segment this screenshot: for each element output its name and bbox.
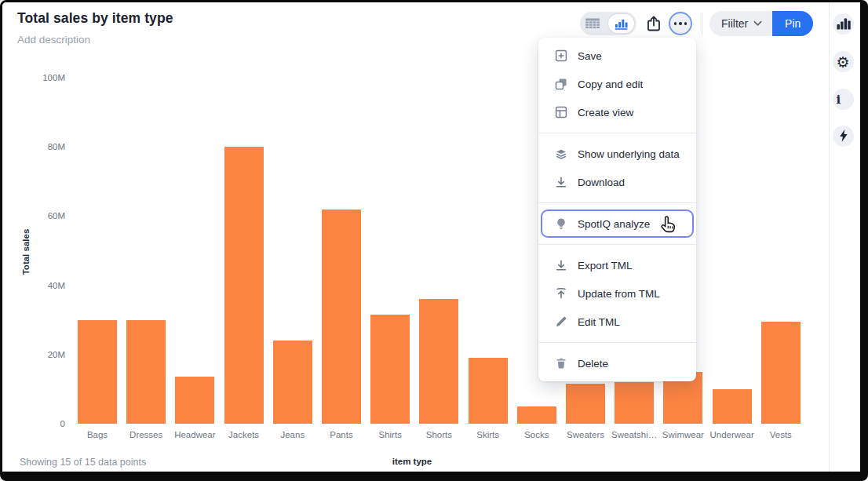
bar-sweaters[interactable]: [566, 384, 605, 424]
window-frame: Total sales by item type Add description…: [0, 0, 868, 481]
bar-skirts[interactable]: [469, 358, 508, 424]
menu-divider: [538, 244, 696, 245]
view-toggle-bar-chart[interactable]: [608, 14, 634, 33]
y-axis-tick: 0: [18, 419, 65, 428]
x-axis-tick: Underwear: [705, 430, 760, 439]
bar-underwear[interactable]: [713, 389, 752, 424]
pin-button[interactable]: Pin: [772, 11, 813, 36]
x-axis-tick: Swimwear: [655, 430, 710, 439]
x-axis-title: item type: [392, 457, 432, 466]
copy-icon: [555, 78, 567, 90]
menu-item-copy-and-edit[interactable]: Copy and edit: [538, 70, 696, 98]
x-axis-tick: Pants: [314, 430, 369, 439]
x-axis-tick: Jackets: [217, 430, 272, 439]
layers-icon: [555, 148, 567, 160]
menu-item-label: Update from TML: [578, 288, 660, 300]
upload-icon: [555, 287, 567, 300]
menu-item-label: Delete: [578, 358, 608, 370]
table-icon: [585, 18, 600, 30]
bar-bags[interactable]: [78, 320, 117, 424]
menu-item-save[interactable]: Save: [538, 42, 696, 70]
menu-item-label: Download: [578, 177, 625, 188]
bar-jeans[interactable]: [273, 341, 312, 424]
menu-divider: [538, 202, 696, 203]
y-axis-tick: 20M: [18, 350, 65, 359]
x-axis-tick: Jeans: [265, 430, 320, 439]
filter-label: Fiilter: [721, 17, 748, 30]
filter-button[interactable]: Fiilter: [709, 11, 772, 36]
menu-item-label: SpotIQ analyze: [578, 218, 650, 230]
share-button[interactable]: [643, 13, 665, 35]
sidebar-button-lightning[interactable]: [833, 126, 854, 147]
y-axis-tick: 60M: [18, 211, 65, 220]
y-axis-tick: 100M: [18, 73, 65, 82]
create-view-icon: [555, 106, 567, 118]
menu-divider: [538, 342, 696, 343]
menu-item-show-underlying-data[interactable]: Show underlying data: [538, 140, 696, 168]
bar-shorts[interactable]: [419, 299, 458, 424]
menu-item-label: Export TML: [578, 260, 633, 271]
bar-socks[interactable]: [517, 406, 556, 424]
bar-vests[interactable]: [761, 322, 801, 424]
view-toggle-table[interactable]: [580, 12, 606, 35]
x-axis-tick: Skirts: [461, 430, 516, 439]
x-axis-tick: Headwear: [167, 430, 222, 439]
page-title: Total sales by item type: [17, 10, 173, 27]
y-axis-tick: 80M: [18, 142, 65, 151]
menu-item-download[interactable]: Download: [538, 168, 696, 196]
download-icon: [555, 176, 567, 188]
menu-item-export-tml[interactable]: Export TML: [538, 251, 696, 279]
download-icon: [555, 259, 567, 271]
toolbar-divider: [702, 13, 702, 35]
add-description[interactable]: Add description: [17, 34, 90, 46]
data-points-footnote: Showing 15 of 15 data points: [20, 457, 146, 468]
menu-divider: [538, 133, 696, 133]
menu-item-update-from-tml[interactable]: Update from TML: [538, 279, 696, 308]
bar-pants[interactable]: [322, 210, 361, 424]
gear-icon: ⚙: [837, 55, 851, 67]
menu-item-create-view[interactable]: Create view: [538, 98, 696, 126]
hand-pointer-icon: [658, 214, 680, 235]
bar-sweatshi-[interactable]: [615, 382, 654, 424]
menu-item-label: Copy and edit: [578, 78, 643, 90]
bar-shirts[interactable]: [370, 315, 410, 424]
info-icon: i: [837, 93, 851, 105]
lightning-icon: [837, 129, 851, 142]
sidebar-button-chart[interactable]: [833, 13, 854, 35]
menu-item-label: Show underlying data: [578, 148, 680, 160]
ellipsis-icon: [674, 22, 677, 24]
y-axis-tick: 40M: [18, 281, 65, 290]
menu-item-label: Create view: [578, 107, 633, 118]
x-axis-tick: Dresses: [119, 430, 173, 439]
chevron-down-icon: [753, 20, 762, 27]
more-menu-button[interactable]: [669, 12, 692, 35]
x-axis-tick: Shorts: [411, 430, 466, 439]
pencil-icon: [555, 315, 567, 328]
menu-item-edit-tml[interactable]: Edit TML: [538, 308, 696, 336]
x-axis-tick: Bags: [70, 430, 125, 439]
filter-pin-group: Fiilter Pin: [709, 11, 813, 36]
y-axis-title: Total sales: [21, 229, 31, 275]
share-icon: [646, 15, 662, 32]
chart-page: Total sales by item type Add description…: [2, 2, 860, 472]
x-axis-tick: Sweaters: [558, 430, 613, 439]
menu-item-label: Edit TML: [578, 316, 620, 328]
bar-dresses[interactable]: [126, 320, 166, 424]
x-axis-tick: Shirts: [363, 430, 418, 439]
context-menu: SaveCopy and editCreate viewShow underly…: [538, 38, 696, 381]
right-sidebar: [830, 2, 860, 472]
sidebar-button-info[interactable]: i: [833, 89, 854, 110]
sidebar-button-gear[interactable]: ⚙: [833, 51, 854, 72]
pin-label: Pin: [785, 17, 801, 30]
x-axis-tick: Vests: [753, 430, 808, 439]
bar-headwear[interactable]: [175, 377, 214, 424]
menu-item-label: Save: [578, 50, 602, 62]
x-axis-tick: Sweatshi…: [607, 430, 662, 439]
x-axis-tick: Socks: [509, 430, 564, 439]
bar-chart-icon: [614, 18, 629, 30]
trash-icon: [555, 357, 567, 370]
view-toggle: [580, 12, 636, 35]
bar-jackets[interactable]: [224, 147, 264, 424]
lightbulb-icon: [555, 217, 567, 230]
menu-item-delete[interactable]: Delete: [538, 349, 696, 377]
